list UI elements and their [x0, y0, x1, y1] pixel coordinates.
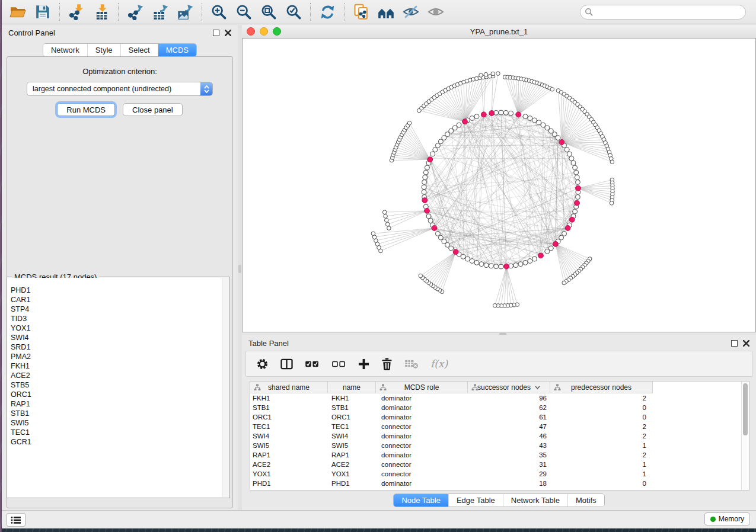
list-item[interactable]: SRD1 — [11, 342, 222, 352]
tab-mcds[interactable]: MCDS — [158, 44, 196, 56]
minimize-window-icon[interactable] — [260, 27, 268, 36]
deselect-all-columns-icon[interactable] — [331, 360, 346, 368]
tab-network[interactable]: Network — [43, 44, 87, 56]
table-row[interactable]: SWI5SWI5connector431 — [250, 441, 749, 450]
column-header[interactable]: MCDS role — [376, 382, 468, 393]
graph-node[interactable] — [537, 120, 541, 125]
table-row[interactable]: YOX1YOX1connector291 — [250, 469, 749, 479]
graph-node[interactable] — [523, 260, 528, 265]
graph-node[interactable] — [382, 210, 387, 214]
graph-node[interactable] — [532, 118, 537, 123]
split-columns-icon[interactable] — [280, 358, 293, 370]
graph-node[interactable] — [452, 126, 457, 130]
zoom-selected-icon[interactable] — [284, 2, 303, 22]
graph-node[interactable] — [610, 160, 614, 164]
delete-column-icon[interactable] — [381, 358, 393, 370]
graph-node[interactable] — [465, 257, 470, 261]
mcds-hub-node[interactable] — [462, 119, 468, 124]
column-header[interactable]: successor nodes — [468, 382, 550, 393]
list-item[interactable]: TEC1 — [11, 428, 222, 437]
graph-node[interactable] — [474, 114, 479, 119]
graph-node[interactable] — [479, 262, 484, 267]
zoom-in-icon[interactable] — [209, 2, 228, 22]
list-item[interactable]: STB5 — [11, 380, 222, 390]
import-network-icon[interactable] — [67, 2, 86, 22]
graph-node[interactable] — [385, 219, 389, 223]
optimization-criterion-dropdown[interactable]: largest connected component (undirected) — [27, 82, 213, 96]
graph-node[interactable] — [407, 121, 412, 125]
graph-node[interactable] — [573, 165, 578, 170]
graph-node[interactable] — [489, 264, 493, 268]
add-column-icon[interactable] — [358, 358, 369, 370]
run-mcds-button[interactable]: Run MCDS — [57, 103, 115, 116]
mcds-hub-node[interactable] — [432, 226, 437, 231]
splitter-grip[interactable] — [238, 265, 241, 273]
list-item[interactable]: SWI4 — [11, 333, 222, 342]
zoom-fit-icon[interactable] — [259, 2, 278, 22]
mcds-hub-node[interactable] — [559, 140, 564, 145]
mcds-hub-node[interactable] — [504, 264, 509, 269]
zoom-out-icon[interactable] — [234, 2, 253, 22]
graph-node[interactable] — [484, 263, 489, 268]
mcds-hub-node[interactable] — [553, 242, 559, 247]
open-folder-icon[interactable] — [8, 2, 27, 22]
select-all-columns-icon[interactable] — [305, 360, 320, 368]
graph-node[interactable] — [433, 148, 438, 152]
export-table-icon[interactable] — [151, 2, 170, 22]
graph-node[interactable] — [425, 165, 429, 170]
table-row[interactable]: TEC1TEC1connector472 — [250, 422, 749, 431]
graph-node[interactable] — [419, 274, 423, 278]
mcds-hub-node[interactable] — [576, 185, 581, 191]
list-item[interactable]: RAP1 — [11, 399, 222, 409]
graph-node[interactable] — [574, 170, 579, 175]
list-item[interactable]: TID3 — [11, 314, 222, 323]
graph-node[interactable] — [575, 175, 579, 180]
close-window-icon[interactable] — [247, 27, 255, 36]
graph-node[interactable] — [499, 264, 503, 269]
search-input[interactable] — [596, 7, 745, 17]
table-scrollbar-thumb[interactable] — [743, 383, 748, 435]
graph-node[interactable] — [513, 263, 518, 268]
vertical-splitter[interactable] — [238, 25, 242, 511]
graph-node[interactable] — [435, 231, 440, 236]
graph-node[interactable] — [545, 249, 550, 254]
graph-node[interactable] — [474, 260, 479, 265]
list-item[interactable]: ACE2 — [11, 371, 222, 380]
table-scrollbar[interactable] — [741, 382, 749, 490]
apply-function-icon[interactable]: f(x) — [430, 358, 448, 370]
list-item[interactable]: STP4 — [11, 305, 222, 314]
graph-node[interactable] — [484, 72, 488, 76]
mcds-hub-node[interactable] — [422, 198, 428, 203]
mcds-hub-node[interactable] — [425, 208, 430, 213]
graph-node[interactable] — [479, 73, 483, 78]
list-item[interactable]: YOX1 — [11, 323, 222, 333]
close-panel-icon[interactable] — [743, 340, 749, 347]
graph-node[interactable] — [387, 226, 391, 230]
list-item[interactable]: ORC1 — [11, 390, 222, 399]
table-row[interactable]: FKH1FKH1dominator962 — [250, 393, 749, 403]
mcds-hub-node[interactable] — [538, 253, 544, 258]
graph-node[interactable] — [573, 209, 578, 214]
mcds-hub-node[interactable] — [428, 157, 433, 162]
tab-edge-table[interactable]: Edge Table — [448, 494, 503, 507]
float-panel-icon[interactable] — [213, 30, 219, 36]
graph-node[interactable] — [493, 303, 497, 307]
graph-node[interactable] — [461, 254, 465, 259]
graph-node[interactable] — [503, 110, 508, 115]
tab-select[interactable]: Select — [120, 44, 158, 56]
mcds-hub-node[interactable] — [481, 112, 486, 117]
graph-node[interactable] — [556, 136, 560, 140]
mcds-hub-node[interactable] — [516, 112, 521, 117]
network-canvas[interactable] — [242, 38, 756, 332]
table-row[interactable]: PHD1PHD1dominator180 — [250, 479, 749, 488]
mcds-hub-node[interactable] — [453, 249, 458, 255]
tab-style[interactable]: Style — [87, 44, 120, 56]
save-icon[interactable] — [33, 2, 52, 22]
graph-node[interactable] — [496, 72, 500, 76]
graph-node[interactable] — [518, 262, 523, 267]
column-header[interactable]: predecessor nodes — [550, 382, 653, 393]
clone-network-icon[interactable] — [352, 2, 371, 22]
graph-node[interactable] — [384, 214, 388, 219]
show-graphics-details-icon[interactable] — [426, 2, 445, 22]
graph-node[interactable] — [528, 259, 532, 264]
